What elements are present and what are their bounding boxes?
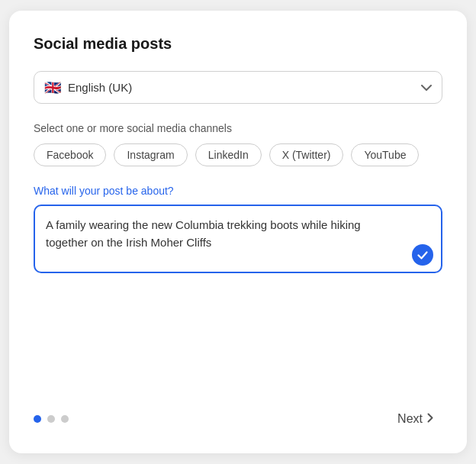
channels-label: Select one or more social media channels — [34, 122, 442, 134]
dot-2 — [47, 415, 55, 423]
channel-chip-youtube[interactable]: YouTube — [351, 143, 419, 166]
post-about-label: What will your post be about? — [34, 185, 442, 197]
textarea-wrapper: A family wearing the new Columbia trekki… — [34, 205, 442, 276]
pagination-dots — [34, 415, 69, 423]
dot-1 — [34, 415, 41, 423]
language-select[interactable]: English (UK)English (US)FrenchGermanSpan… — [34, 71, 442, 104]
language-selector-wrapper: 🇬🇧 English (UK)English (US)FrenchGermanS… — [34, 71, 442, 104]
channel-chip-linkedin[interactable]: LinkedIn — [195, 143, 262, 166]
channels-row: Facebook Instagram LinkedIn X (Twitter) … — [34, 143, 442, 166]
main-card: Social media posts 🇬🇧 English (UK)Englis… — [9, 11, 467, 453]
bottom-bar: Next — [34, 394, 442, 432]
check-badge — [412, 244, 433, 266]
page-title: Social media posts — [34, 35, 442, 53]
post-textarea[interactable]: A family wearing the new Columbia trekki… — [34, 205, 442, 273]
next-arrow-icon — [427, 412, 433, 426]
channel-chip-x-twitter[interactable]: X (Twitter) — [269, 143, 344, 166]
channel-chip-facebook[interactable]: Facebook — [34, 143, 106, 166]
dot-3 — [61, 415, 69, 423]
next-button[interactable]: Next — [388, 406, 442, 432]
next-label: Next — [397, 412, 423, 426]
channel-chip-instagram[interactable]: Instagram — [114, 143, 187, 166]
